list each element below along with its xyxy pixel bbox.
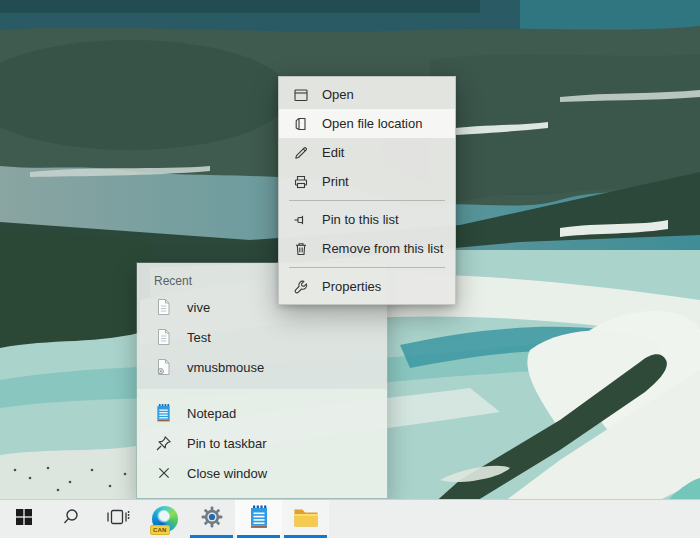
notepad-icon [155, 403, 172, 423]
windows-start-icon [16, 509, 32, 529]
context-item-print[interactable]: Print [279, 167, 455, 196]
taskbar-settings-button[interactable] [188, 500, 235, 538]
file-explorer-icon [293, 506, 319, 532]
context-item-pin-to-this-list[interactable]: Pin to this list [279, 205, 455, 234]
context-item-label: Open [322, 87, 354, 102]
context-item-label: Pin to this list [322, 212, 399, 227]
context-item-edit[interactable]: Edit [279, 138, 455, 167]
pencil-icon [292, 145, 309, 161]
jump-list-tasks-section: Notepad Pin to taskbar Close window [137, 389, 387, 498]
jumplist-item-label: vmusbmouse [187, 360, 264, 375]
jumplist-item-label: Test [187, 330, 211, 345]
taskbar-notepad-button[interactable] [235, 500, 282, 538]
jump-list-context-menu: Open Open file location Edit [278, 76, 456, 305]
taskbar-start-button[interactable] [0, 500, 47, 538]
jumplist-task-notepad[interactable]: Notepad [137, 398, 387, 428]
system-document-icon [155, 358, 172, 376]
taskbar-explorer-button[interactable] [282, 500, 329, 538]
context-item-label: Properties [322, 279, 381, 294]
menu-separator [289, 200, 445, 201]
menu-separator [289, 267, 445, 268]
edge-canary-badge: CAN [150, 525, 170, 535]
context-item-remove-from-this-list[interactable]: Remove from this list [279, 234, 455, 263]
desktop: Recent vive Test [0, 0, 700, 538]
task-view-icon [105, 508, 130, 530]
context-item-label: Edit [322, 145, 344, 160]
context-item-label: Open file location [322, 116, 422, 131]
pin-outline-icon [155, 435, 172, 452]
taskbar-edge-button[interactable]: CAN [141, 500, 188, 538]
jumplist-task-pin-to-taskbar[interactable]: Pin to taskbar [137, 428, 387, 458]
wrench-icon [292, 279, 309, 295]
taskbar: CAN [0, 499, 700, 538]
context-item-label: Remove from this list [322, 241, 443, 256]
settings-gear-icon [200, 505, 224, 533]
printer-icon [292, 174, 309, 190]
context-item-open[interactable]: Open [279, 80, 455, 109]
notepad-icon [248, 504, 270, 534]
search-icon [62, 508, 80, 530]
open-window-icon [292, 87, 309, 103]
trash-icon [292, 241, 309, 257]
pin-horizontal-icon [292, 212, 309, 228]
close-icon [155, 466, 172, 480]
jumplist-task-label: Notepad [187, 406, 236, 421]
jumplist-task-label: Close window [187, 466, 267, 481]
jumplist-task-close-window[interactable]: Close window [137, 458, 387, 488]
context-item-label: Print [322, 174, 349, 189]
taskbar-task-view-button[interactable] [94, 500, 141, 538]
jumplist-task-label: Pin to taskbar [187, 436, 267, 451]
context-item-properties[interactable]: Properties [279, 272, 455, 301]
file-location-icon [292, 116, 309, 132]
jumplist-item-vmusbmouse[interactable]: vmusbmouse [137, 352, 387, 382]
jumplist-item-test[interactable]: Test [137, 322, 387, 352]
jumplist-item-label: vive [187, 300, 210, 315]
text-document-icon [155, 328, 172, 346]
text-document-icon [155, 298, 172, 316]
context-item-open-file-location[interactable]: Open file location [279, 109, 455, 138]
taskbar-search-button[interactable] [47, 500, 94, 538]
